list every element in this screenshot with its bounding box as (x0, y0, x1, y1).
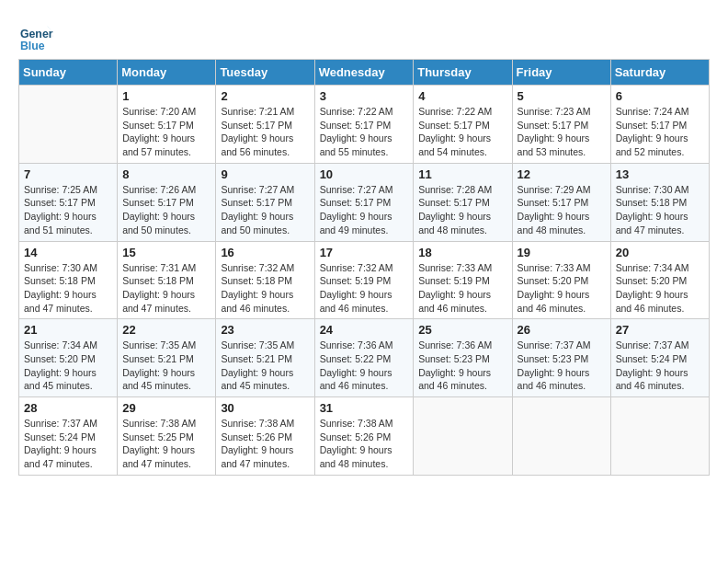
day-info: Sunrise: 7:20 AM Sunset: 5:17 PM Dayligh… (122, 105, 210, 159)
calendar-cell: 18Sunrise: 7:33 AM Sunset: 5:19 PM Dayli… (414, 241, 512, 319)
day-info: Sunrise: 7:24 AM Sunset: 5:17 PM Dayligh… (616, 105, 704, 159)
day-info: Sunrise: 7:38 AM Sunset: 5:25 PM Dayligh… (122, 417, 210, 471)
day-info: Sunrise: 7:22 AM Sunset: 5:17 PM Dayligh… (418, 105, 506, 159)
day-number: 8 (122, 167, 210, 181)
day-number: 6 (616, 89, 704, 103)
day-info: Sunrise: 7:25 AM Sunset: 5:17 PM Dayligh… (24, 183, 112, 237)
day-number: 12 (518, 167, 606, 181)
header-tuesday: Tuesday (216, 60, 314, 86)
calendar-cell: 6Sunrise: 7:24 AM Sunset: 5:17 PM Daylig… (610, 86, 709, 164)
calendar: SundayMondayTuesdayWednesdayThursdayFrid… (18, 59, 710, 476)
day-number: 22 (122, 323, 210, 337)
day-number: 13 (616, 167, 704, 181)
day-number: 18 (418, 246, 506, 259)
calendar-cell: 22Sunrise: 7:35 AM Sunset: 5:21 PM Dayli… (118, 319, 216, 397)
day-number: 25 (418, 323, 506, 337)
day-info: Sunrise: 7:23 AM Sunset: 5:17 PM Dayligh… (518, 105, 606, 159)
calendar-cell (19, 86, 118, 164)
day-info: Sunrise: 7:38 AM Sunset: 5:26 PM Dayligh… (221, 417, 309, 471)
day-number: 10 (320, 167, 409, 181)
day-info: Sunrise: 7:36 AM Sunset: 5:23 PM Dayligh… (418, 339, 506, 393)
header-monday: Monday (118, 60, 216, 86)
calendar-cell: 28Sunrise: 7:37 AM Sunset: 5:24 PM Dayli… (19, 397, 118, 476)
calendar-cell: 25Sunrise: 7:36 AM Sunset: 5:23 PM Dayli… (414, 319, 512, 397)
day-number: 26 (518, 323, 606, 337)
day-info: Sunrise: 7:27 AM Sunset: 5:17 PM Dayligh… (221, 183, 309, 237)
day-number: 27 (616, 323, 704, 337)
day-number: 29 (122, 401, 210, 415)
calendar-cell (414, 397, 512, 476)
calendar-week-row: 7Sunrise: 7:25 AM Sunset: 5:17 PM Daylig… (19, 163, 710, 241)
day-number: 17 (320, 246, 409, 259)
calendar-cell: 23Sunrise: 7:35 AM Sunset: 5:21 PM Dayli… (216, 319, 314, 397)
day-info: Sunrise: 7:36 AM Sunset: 5:22 PM Dayligh… (320, 339, 409, 393)
header-sunday: Sunday (19, 60, 118, 86)
day-number: 3 (320, 89, 409, 103)
day-number: 30 (221, 401, 309, 415)
header-saturday: Saturday (610, 60, 709, 86)
day-info: Sunrise: 7:30 AM Sunset: 5:18 PM Dayligh… (616, 183, 704, 237)
day-info: Sunrise: 7:21 AM Sunset: 5:17 PM Dayligh… (221, 105, 309, 159)
day-number: 4 (418, 89, 506, 103)
svg-text:General: General (20, 28, 53, 40)
day-number: 7 (24, 167, 112, 181)
day-info: Sunrise: 7:26 AM Sunset: 5:17 PM Dayligh… (122, 183, 210, 237)
header-friday: Friday (512, 60, 610, 86)
day-info: Sunrise: 7:30 AM Sunset: 5:18 PM Dayligh… (24, 261, 112, 316)
day-number: 23 (221, 323, 309, 337)
day-info: Sunrise: 7:29 AM Sunset: 5:17 PM Dayligh… (518, 183, 606, 237)
day-number: 20 (616, 246, 704, 259)
day-info: Sunrise: 7:37 AM Sunset: 5:24 PM Dayligh… (24, 417, 112, 471)
calendar-week-row: 14Sunrise: 7:30 AM Sunset: 5:18 PM Dayli… (19, 241, 710, 319)
day-info: Sunrise: 7:38 AM Sunset: 5:26 PM Dayligh… (320, 417, 409, 471)
calendar-cell: 8Sunrise: 7:26 AM Sunset: 5:17 PM Daylig… (118, 163, 216, 241)
calendar-cell: 31Sunrise: 7:38 AM Sunset: 5:26 PM Dayli… (314, 397, 414, 476)
day-info: Sunrise: 7:34 AM Sunset: 5:20 PM Dayligh… (616, 261, 704, 316)
day-number: 16 (221, 246, 309, 259)
calendar-cell: 16Sunrise: 7:32 AM Sunset: 5:18 PM Dayli… (216, 241, 314, 319)
calendar-cell: 4Sunrise: 7:22 AM Sunset: 5:17 PM Daylig… (414, 86, 512, 164)
svg-text:Blue: Blue (20, 40, 45, 52)
day-info: Sunrise: 7:37 AM Sunset: 5:24 PM Dayligh… (616, 339, 704, 393)
calendar-week-row: 21Sunrise: 7:34 AM Sunset: 5:20 PM Dayli… (19, 319, 710, 397)
calendar-cell: 3Sunrise: 7:22 AM Sunset: 5:17 PM Daylig… (314, 86, 414, 164)
calendar-cell: 17Sunrise: 7:32 AM Sunset: 5:19 PM Dayli… (314, 241, 414, 319)
calendar-cell: 2Sunrise: 7:21 AM Sunset: 5:17 PM Daylig… (216, 86, 314, 164)
day-info: Sunrise: 7:22 AM Sunset: 5:17 PM Dayligh… (320, 105, 409, 159)
calendar-cell: 10Sunrise: 7:27 AM Sunset: 5:17 PM Dayli… (314, 163, 414, 241)
calendar-cell: 7Sunrise: 7:25 AM Sunset: 5:17 PM Daylig… (19, 163, 118, 241)
day-info: Sunrise: 7:28 AM Sunset: 5:17 PM Dayligh… (418, 183, 506, 237)
calendar-cell: 24Sunrise: 7:36 AM Sunset: 5:22 PM Dayli… (314, 319, 414, 397)
calendar-cell: 14Sunrise: 7:30 AM Sunset: 5:18 PM Dayli… (19, 241, 118, 319)
day-number: 1 (122, 89, 210, 103)
header-wednesday: Wednesday (314, 60, 414, 86)
calendar-cell: 13Sunrise: 7:30 AM Sunset: 5:18 PM Dayli… (610, 163, 709, 241)
calendar-cell: 27Sunrise: 7:37 AM Sunset: 5:24 PM Dayli… (610, 319, 709, 397)
calendar-header-row: SundayMondayTuesdayWednesdayThursdayFrid… (19, 60, 710, 86)
day-number: 11 (418, 167, 506, 181)
calendar-cell: 20Sunrise: 7:34 AM Sunset: 5:20 PM Dayli… (610, 241, 709, 319)
day-info: Sunrise: 7:35 AM Sunset: 5:21 PM Dayligh… (122, 339, 210, 393)
day-number: 24 (320, 323, 409, 337)
day-number: 5 (518, 89, 606, 103)
calendar-week-row: 1Sunrise: 7:20 AM Sunset: 5:17 PM Daylig… (19, 86, 710, 164)
day-info: Sunrise: 7:32 AM Sunset: 5:19 PM Dayligh… (320, 261, 409, 316)
calendar-cell (512, 397, 610, 476)
day-info: Sunrise: 7:27 AM Sunset: 5:17 PM Dayligh… (320, 183, 409, 237)
day-number: 28 (24, 401, 112, 415)
day-info: Sunrise: 7:33 AM Sunset: 5:20 PM Dayligh… (518, 261, 606, 316)
day-number: 15 (122, 246, 210, 259)
day-number: 2 (221, 89, 309, 103)
day-info: Sunrise: 7:35 AM Sunset: 5:21 PM Dayligh… (221, 339, 309, 393)
calendar-cell: 5Sunrise: 7:23 AM Sunset: 5:17 PM Daylig… (512, 86, 610, 164)
calendar-cell (610, 397, 709, 476)
day-number: 14 (24, 246, 112, 259)
logo: General Blue (18, 18, 57, 53)
calendar-cell: 29Sunrise: 7:38 AM Sunset: 5:25 PM Dayli… (118, 397, 216, 476)
calendar-cell: 30Sunrise: 7:38 AM Sunset: 5:26 PM Dayli… (216, 397, 314, 476)
day-number: 9 (221, 167, 309, 181)
header: General Blue (18, 18, 710, 53)
day-info: Sunrise: 7:32 AM Sunset: 5:18 PM Dayligh… (221, 261, 309, 316)
calendar-cell: 12Sunrise: 7:29 AM Sunset: 5:17 PM Dayli… (512, 163, 610, 241)
header-thursday: Thursday (414, 60, 512, 86)
